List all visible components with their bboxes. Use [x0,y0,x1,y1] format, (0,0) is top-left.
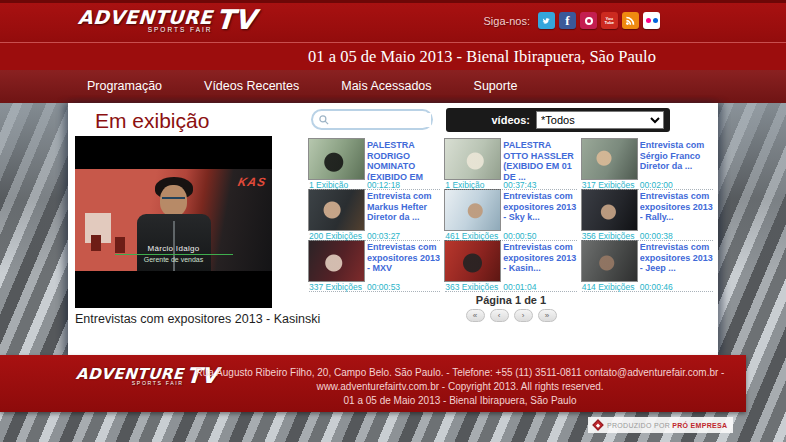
flickr-glyph [646,18,658,23]
nav-item-videos-recentes[interactable]: Vídeos Recentes [183,70,320,103]
first-page-button[interactable]: « [466,309,485,322]
video-title[interactable]: Entrevistas com expositores 2013 - Kasin… [503,241,576,282]
video-list-item[interactable]: Entrevistas com expositores 2013 - Jeep … [582,241,713,292]
youtube-icon[interactable]: YouTube [601,12,618,29]
site-header: Adventure SPORTS FAIR TV Siga-nos: f You… [0,0,786,42]
video-filter-select[interactable]: *Todos [536,111,664,129]
video-title[interactable]: PALESTRA OTTO HASSLER (EXIBIDO EM 01 DE … [503,139,576,180]
video-views: 317 Exibições [582,180,640,190]
speaker-role: Gerente de vendas [75,256,272,263]
video-thumbnail[interactable] [445,241,500,281]
nav-item-programacao[interactable]: Programação [66,70,183,103]
youtube-glyph: YouTube [605,17,615,24]
video-thumbnail[interactable] [445,190,500,230]
video-title[interactable]: Entrevista com Markus Hefter Diretor da … [367,190,440,231]
video-duration: 00:37:43 [503,180,576,190]
nav-item-suporte[interactable]: Suporte [453,70,539,103]
facebook-icon[interactable]: f [559,12,576,29]
logo-text: Adventure SPORTS FAIR [78,7,213,33]
main-nav: Programação Vídeos Recentes Mais Acessad… [0,70,786,103]
footer-event-line: 01 a 05 de Maio 2013 - Bienal Ibirapuera… [190,394,730,408]
video-frame: KAS Márcio Idalgo Gerente de vendas [75,169,272,271]
content-area: Em exibição vídeos: *Todos KAS Márcio Id… [68,103,718,355]
follow-label: Siga-nos: [484,15,530,27]
pagination: Página 1 de 1 « ‹ › » [309,294,713,322]
search-icon [318,114,330,126]
video-views: 363 Exibições [445,282,503,292]
video-title[interactable]: Entrevista com Sérgio Franco Diretor da … [640,139,713,180]
video-thumbnail[interactable] [309,139,364,179]
video-views: 200 Exibições [309,231,367,241]
producer-badge-text: PRODUZIDO POR PRÓ EMPRESA [607,422,727,429]
facebook-glyph: f [565,12,569,29]
video-player[interactable]: KAS Márcio Idalgo Gerente de vendas [75,136,272,308]
video-list-item[interactable]: PALESTRA OTTO HASSLER (EXIBIDO EM 01 DE … [445,139,576,190]
flickr-icon[interactable] [643,12,660,29]
lower-third-overlay: Márcio Idalgo Gerente de vendas [75,244,272,263]
video-list-item[interactable]: PALESTRA RODRIGO NOMINATO (EXIBIDO EM 01… [309,139,440,190]
site-footer: Adventure SPORTS FAIR TV Rua Augusto Rib… [0,355,746,412]
pagination-buttons: « ‹ › » [309,309,713,322]
orkut-circle-icon[interactable] [580,12,597,29]
prev-page-button[interactable]: ‹ [490,309,509,322]
producer-brand: PRÓ EMPRESA [672,422,727,429]
rss-icon[interactable] [622,12,639,29]
video-duration: 00:00:38 [640,231,713,241]
pagination-label: Página 1 de 1 [309,294,713,306]
video-list-item[interactable]: Entrevista com Markus Hefter Diretor da … [309,190,440,241]
search-box[interactable] [311,109,433,130]
search-input[interactable] [330,113,431,127]
video-views: 414 Exibições [582,282,640,292]
logo-word: Adventure [77,7,213,27]
video-views: 1 Exibição [445,180,503,190]
next-page-button[interactable]: › [514,309,533,322]
video-thumbnail[interactable] [309,241,364,281]
video-title[interactable]: Entrevistas com expositores 2013 - Sky k… [503,190,576,231]
site-logo[interactable]: Adventure SPORTS FAIR TV [78,7,255,33]
circle-glyph [585,17,593,25]
producer-logo-icon [592,419,603,430]
last-page-button[interactable]: » [538,309,557,322]
footer-copyright-line: www.adventurefairtv.com.br - Copyright 2… [190,380,730,394]
video-thumbnail[interactable] [309,190,364,230]
video-views: 337 Exibições [309,282,367,292]
social-bar: Siga-nos: f YouTube [484,12,660,29]
twitter-icon[interactable] [538,12,555,29]
video-thumbnail[interactable] [445,139,500,179]
video-duration: 00:01:04 [503,282,576,292]
speaker-glasses [162,197,185,202]
video-duration: 00:00:46 [640,282,713,292]
video-views: 461 Exibições [445,231,503,241]
video-list-item[interactable]: Entrevistas com expositores 2013 - MXV 3… [309,241,440,292]
video-duration: 00:00:50 [503,231,576,241]
nav-item-mais-acessados[interactable]: Mais Acessados [320,70,452,103]
filter-label: vídeos: [491,114,530,126]
producer-prefix: PRODUZIDO POR [607,422,670,429]
video-title[interactable]: Entrevistas com expositores 2013 - MXV [367,241,440,282]
video-title[interactable]: Entrevistas com expositores 2013 - Rally… [640,190,713,231]
video-views: 1 Exibição [309,180,367,190]
video-list-item[interactable]: Entrevistas com expositores 2013 - Sky k… [445,190,576,241]
scene-brand-fragment: KAS [236,175,267,189]
video-duration: 00:00:53 [367,282,440,292]
video-list-item[interactable]: Entrevista com Sérgio Franco Diretor da … [582,139,713,190]
video-list-item[interactable]: Entrevistas com expositores 2013 - Kasin… [445,241,576,292]
event-banner: 01 a 05 de Maio 2013 - Bienal Ibirapuera… [0,42,786,70]
speaker-name: Márcio Idalgo [75,244,272,253]
producer-badge[interactable]: PRODUZIDO POR PRÓ EMPRESA [588,417,733,433]
video-thumbnail[interactable] [582,241,637,281]
video-thumbnail[interactable] [582,139,637,179]
video-title[interactable]: PALESTRA RODRIGO NOMINATO (EXIBIDO EM 01… [367,139,440,180]
video-list-item[interactable]: Entrevistas com expositores 2013 - Rally… [582,190,713,241]
footer-logo-text: Adventure SPORTS FAIR [76,365,184,386]
footer-logo-word: Adventure [75,365,184,381]
video-views: 356 Exibições [582,231,640,241]
video-title[interactable]: Entrevistas com expositores 2013 - Jeep … [640,241,713,282]
video-duration: 00:02:00 [640,180,713,190]
video-filter-box: vídeos: *Todos [446,108,670,132]
video-thumbnail[interactable] [582,190,637,230]
now-playing-caption: Entrevistas com expositores 2013 - Kasin… [75,312,320,326]
footer-text: Rua Augusto Ribeiro Filho, 20, Campo Bel… [190,366,730,408]
footer-address-line: Rua Augusto Ribeiro Filho, 20, Campo Bel… [190,366,730,380]
video-duration: 00:03:27 [367,231,440,241]
